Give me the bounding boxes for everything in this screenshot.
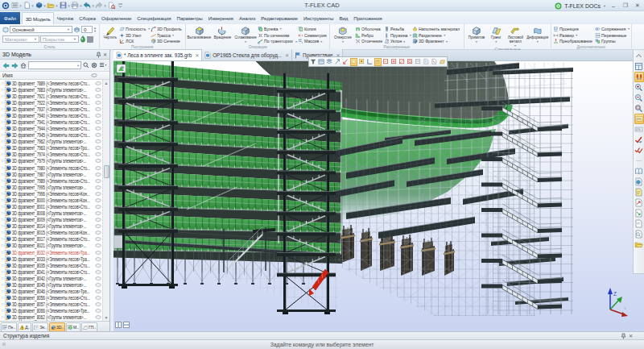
layers-icon[interactable] [73,27,80,33]
panel-tab[interactable]: Эк.. [32,322,48,331]
green-arrow-doc-icon[interactable] [634,208,644,218]
ribbon-tab-item[interactable]: Параметры [174,12,205,24]
tree-row[interactable]: ▷3D фрагмент_7962 (<Группы элементов>... [0,139,109,145]
qat-dropdown-icon[interactable]: ▾ [68,2,70,10]
document-tab[interactable]: ОР1965 Стекла для оборуд...✕ [202,49,292,60]
level-spinner[interactable]: 0 [81,26,93,33]
zoom-window-icon[interactable] [634,103,644,114]
ribbon-button-small[interactable]: Размер▾ [553,32,594,39]
search-icon[interactable] [83,62,89,69]
ribbon-button-large[interactable]: Вращение [212,25,233,39]
panel-tab[interactable]: Д.. [18,322,31,331]
coating-select[interactable]: Покрытие▼ [40,35,79,43]
tree-row[interactable]: ▷3D фрагмент_7995 (<Группы элементов>... [0,184,109,190]
eye-icon[interactable] [95,133,101,137]
ribbon-button-small[interactable]: 3D Узел [119,32,150,39]
ribbon-button-small[interactable]: Плоскость▾ [119,26,150,32]
ribbon-button-small[interactable]: Оболочка [355,26,383,32]
yellow-doc-icon[interactable] [634,187,644,197]
ribbon-button-small[interactable]: Копия [298,26,328,32]
eye-icon[interactable] [95,264,101,268]
ribbon-button-small[interactable]: По сечениям [258,32,296,39]
eye-icon[interactable] [95,152,101,156]
eye-icon[interactable] [95,166,101,170]
check-double-icon[interactable] [634,145,644,156]
ribbon-button-large[interactable]: Грани▾ [488,25,505,44]
tab-close-icon[interactable]: ✕ [285,52,289,58]
qat-dropdown-icon[interactable]: ▾ [19,2,22,10]
tree-row[interactable]: ▷3D фрагмент_7940 (<Элементы лесов>Сто..… [0,112,109,118]
qat-dropdown-icon[interactable]: ▾ [43,2,46,10]
layers-icon[interactable] [326,58,333,66]
link-icon[interactable] [107,2,115,10]
ribbon-tab-item[interactable]: Измерения [205,12,236,24]
redo-icon[interactable] [95,2,103,10]
ribbon-button-small[interactable]: Ребро [355,32,383,39]
eye-icon[interactable] [95,257,101,261]
selector-box-icon[interactable] [350,58,357,66]
ribbon-button-small[interactable]: Трасса▾ [151,32,183,39]
eye-icon[interactable] [95,88,101,92]
eye-icon[interactable] [95,107,101,111]
back-icon[interactable] [2,63,10,69]
ribbon-button-large[interactable]: Сглаживание▾ [233,25,257,44]
ribbon-button-small[interactable]: 3D Фрагмент▾ [412,39,462,45]
ribbon-tab-item[interactable]: Сборка [76,12,99,24]
viewport-icon[interactable] [318,58,325,66]
tree-row[interactable]: ▷3D фрагмент_8042 (<Группы элементов>... [0,275,109,281]
book-icon[interactable] [634,166,644,177]
ribbon-tab-active[interactable]: 3D Модель [22,12,54,24]
ribbon-tab-item[interactable]: Вид [336,12,351,24]
check-doc-icon[interactable] [382,58,390,66]
eye-icon[interactable] [95,296,101,300]
measure-icon[interactable] [334,58,341,66]
tree-row[interactable]: ▷3D фрагмент_7883 (<Группы элементов>... [0,86,109,93]
view-mode-icon[interactable] [99,62,107,69]
ribbon-button-large[interactable]: Отверстие▾ [332,25,354,44]
ribbon-button-small[interactable]: x=Переменные [595,32,630,39]
ribbon-button-small[interactable]: 3D Сечение [151,39,183,45]
tree-row[interactable]: ▷3D фрагмент_8035 (<Элементы лесов>Сто..… [0,262,109,268]
eye-icon[interactable] [95,179,101,183]
magnet-icon[interactable] [634,72,644,82]
window-icon[interactable] [634,61,644,72]
tree-row[interactable]: ▷3D фрагмент_8015 (<Элементы лесов>Кон..… [0,230,109,236]
tree-row[interactable]: ▷3D фрагмент_8056 (<Элементы лесов>Сто..… [0,295,109,301]
eye-icon[interactable] [95,159,101,163]
home-icon[interactable] [20,62,27,69]
scroll-down-icon[interactable]: ▼ [103,314,109,321]
eye-icon[interactable] [95,120,101,124]
app-icon[interactable] [2,2,10,10]
eye-icon[interactable] [95,185,101,189]
ribbon-button-small[interactable]: Резьба [384,26,411,32]
eye-icon[interactable] [95,101,101,105]
tflex-docs-label[interactable]: T-FLEX DOCs [564,3,601,9]
color-swatch-icon[interactable] [87,36,93,43]
eye-icon[interactable] [95,211,101,215]
eye-icon[interactable] [95,251,101,255]
ribbon-button-small[interactable]: Преобразование [553,39,594,45]
zoom-in-icon[interactable] [634,82,644,93]
tree-row[interactable]: ▷3D фрагмент_8017 (<Элементы лесов>Сто..… [0,236,109,243]
qat-dropdown-icon[interactable]: ▾ [31,2,34,10]
tree-row[interactable]: ▷3D фрагмент_7889 (<Элементы лесов>Сто..… [0,80,109,86]
tree-row[interactable]: ▷3D фрагмент_7945 (<Элементы лесов>Сто..… [0,132,109,139]
axis-icon[interactable] [366,58,374,66]
eye-icon[interactable] [95,315,101,319]
red-arrow-doc-icon[interactable] [634,197,644,208]
ribbon-button-small[interactable]: Разделение▾ [412,32,462,39]
eye-icon[interactable] [95,276,101,280]
structure-close-icon[interactable]: ✕ [629,333,633,339]
ribbon-button-large[interactable]: Чертить [101,25,118,39]
ribbon-tab-item[interactable]: Чертёж [54,12,76,24]
ribbon-button-large[interactable]: Деформация▾ [526,25,549,44]
tree-row[interactable]: ▷3D фрагмент_8000 (<Элементы лесов>Кон..… [0,197,109,203]
customize-icon[interactable] [116,2,124,10]
eye-icon[interactable] [95,81,101,85]
file-menu-button[interactable]: Файл [0,12,20,24]
eye-icon[interactable] [95,127,101,131]
document-tab-active[interactable]: * Леса в эллинге зак. 935.grb✕ [114,49,202,60]
zoom-100-icon[interactable]: 0% [634,114,644,124]
ribbon-tab-item[interactable]: Спецификация [134,12,174,24]
qat-dropdown-icon[interactable]: ▾ [92,2,94,10]
